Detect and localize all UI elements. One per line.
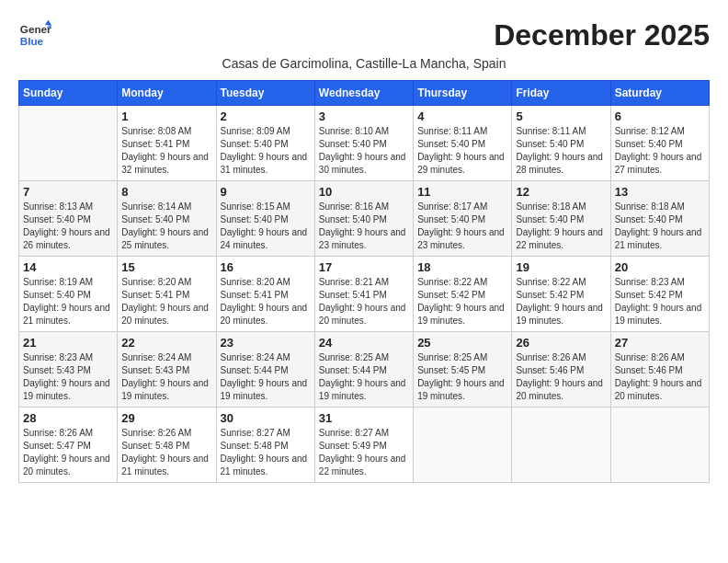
calendar-cell: 22Sunrise: 8:24 AMSunset: 5:43 PMDayligh… xyxy=(118,332,216,408)
day-info: Sunrise: 8:08 AMSunset: 5:41 PMDaylight:… xyxy=(121,125,211,177)
calendar-cell: 23Sunrise: 8:24 AMSunset: 5:44 PMDayligh… xyxy=(216,332,314,408)
calendar-cell: 29Sunrise: 8:26 AMSunset: 5:48 PMDayligh… xyxy=(118,408,216,483)
day-number: 16 xyxy=(221,260,311,274)
day-number: 23 xyxy=(221,336,311,350)
day-info: Sunrise: 8:19 AMSunset: 5:40 PMDaylight:… xyxy=(23,276,113,327)
day-info: Sunrise: 8:25 AMSunset: 5:45 PMDaylight:… xyxy=(417,351,507,403)
day-number: 20 xyxy=(615,260,705,274)
calendar-cell: 25Sunrise: 8:25 AMSunset: 5:45 PMDayligh… xyxy=(414,332,512,408)
day-number: 8 xyxy=(121,185,211,199)
calendar-cell xyxy=(512,408,610,483)
day-number: 28 xyxy=(23,411,113,425)
calendar-header-saturday: Saturday xyxy=(610,81,709,106)
day-info: Sunrise: 8:22 AMSunset: 5:42 PMDaylight:… xyxy=(417,276,507,327)
day-info: Sunrise: 8:20 AMSunset: 5:41 PMDaylight:… xyxy=(221,276,311,327)
day-info: Sunrise: 8:23 AMSunset: 5:43 PMDaylight:… xyxy=(23,351,113,403)
day-number: 3 xyxy=(319,109,409,123)
day-info: Sunrise: 8:22 AMSunset: 5:42 PMDaylight:… xyxy=(516,276,606,327)
calendar-cell: 27Sunrise: 8:26 AMSunset: 5:46 PMDayligh… xyxy=(610,332,709,408)
day-info: Sunrise: 8:14 AMSunset: 5:40 PMDaylight:… xyxy=(121,201,211,252)
day-info: Sunrise: 8:21 AMSunset: 5:41 PMDaylight:… xyxy=(319,276,409,327)
calendar: SundayMondayTuesdayWednesdayThursdayFrid… xyxy=(18,80,710,483)
calendar-header-monday: Monday xyxy=(118,81,216,106)
calendar-cell: 2Sunrise: 8:09 AMSunset: 5:40 PMDaylight… xyxy=(216,106,314,181)
day-info: Sunrise: 8:18 AMSunset: 5:40 PMDaylight:… xyxy=(516,201,606,252)
page-title: December 2025 xyxy=(494,18,710,52)
calendar-header-sunday: Sunday xyxy=(19,81,118,106)
day-number: 14 xyxy=(23,260,113,274)
day-number: 9 xyxy=(221,185,311,199)
day-info: Sunrise: 8:25 AMSunset: 5:44 PMDaylight:… xyxy=(319,351,409,403)
calendar-cell: 31Sunrise: 8:27 AMSunset: 5:49 PMDayligh… xyxy=(314,408,413,483)
day-info: Sunrise: 8:26 AMSunset: 5:48 PMDaylight:… xyxy=(121,427,211,478)
subtitle: Casas de Garcimolina, Castille-La Mancha… xyxy=(18,56,710,71)
calendar-cell: 9Sunrise: 8:15 AMSunset: 5:40 PMDaylight… xyxy=(216,181,314,257)
calendar-cell: 15Sunrise: 8:20 AMSunset: 5:41 PMDayligh… xyxy=(118,257,216,332)
day-number: 18 xyxy=(417,260,507,274)
day-info: Sunrise: 8:18 AMSunset: 5:40 PMDaylight:… xyxy=(615,201,705,252)
day-number: 11 xyxy=(417,185,507,199)
day-number: 10 xyxy=(319,185,409,199)
calendar-cell: 30Sunrise: 8:27 AMSunset: 5:48 PMDayligh… xyxy=(216,408,314,483)
day-number: 13 xyxy=(615,185,705,199)
day-info: Sunrise: 8:13 AMSunset: 5:40 PMDaylight:… xyxy=(23,201,113,252)
calendar-header-tuesday: Tuesday xyxy=(216,81,314,106)
day-number: 19 xyxy=(516,260,606,274)
day-info: Sunrise: 8:17 AMSunset: 5:40 PMDaylight:… xyxy=(417,201,507,252)
calendar-cell: 28Sunrise: 8:26 AMSunset: 5:47 PMDayligh… xyxy=(19,408,118,483)
calendar-cell: 6Sunrise: 8:12 AMSunset: 5:40 PMDaylight… xyxy=(610,106,709,181)
day-info: Sunrise: 8:26 AMSunset: 5:46 PMDaylight:… xyxy=(615,351,705,403)
calendar-cell: 26Sunrise: 8:26 AMSunset: 5:46 PMDayligh… xyxy=(512,332,610,408)
day-number: 22 xyxy=(121,336,211,350)
day-number: 1 xyxy=(121,109,211,123)
day-number: 25 xyxy=(417,336,507,350)
calendar-header-wednesday: Wednesday xyxy=(314,81,413,106)
day-number: 15 xyxy=(121,260,211,274)
calendar-header-friday: Friday xyxy=(512,81,610,106)
calendar-cell: 18Sunrise: 8:22 AMSunset: 5:42 PMDayligh… xyxy=(414,257,512,332)
day-number: 27 xyxy=(615,336,705,350)
day-info: Sunrise: 8:27 AMSunset: 5:48 PMDaylight:… xyxy=(221,427,311,478)
day-info: Sunrise: 8:10 AMSunset: 5:40 PMDaylight:… xyxy=(319,125,409,177)
day-info: Sunrise: 8:15 AMSunset: 5:40 PMDaylight:… xyxy=(221,201,311,252)
calendar-cell: 12Sunrise: 8:18 AMSunset: 5:40 PMDayligh… xyxy=(512,181,610,257)
calendar-cell: 10Sunrise: 8:16 AMSunset: 5:40 PMDayligh… xyxy=(314,181,413,257)
day-number: 24 xyxy=(319,336,409,350)
calendar-cell xyxy=(414,408,512,483)
calendar-cell: 7Sunrise: 8:13 AMSunset: 5:40 PMDaylight… xyxy=(19,181,118,257)
day-number: 5 xyxy=(516,109,606,123)
calendar-cell: 16Sunrise: 8:20 AMSunset: 5:41 PMDayligh… xyxy=(216,257,314,332)
day-number: 31 xyxy=(319,411,409,425)
calendar-cell: 8Sunrise: 8:14 AMSunset: 5:40 PMDaylight… xyxy=(118,181,216,257)
calendar-cell: 4Sunrise: 8:11 AMSunset: 5:40 PMDaylight… xyxy=(414,106,512,181)
day-info: Sunrise: 8:20 AMSunset: 5:41 PMDaylight:… xyxy=(121,276,211,327)
svg-text:Blue: Blue xyxy=(20,35,44,47)
day-info: Sunrise: 8:27 AMSunset: 5:49 PMDaylight:… xyxy=(319,427,409,478)
day-info: Sunrise: 8:24 AMSunset: 5:43 PMDaylight:… xyxy=(121,351,211,403)
day-info: Sunrise: 8:23 AMSunset: 5:42 PMDaylight:… xyxy=(615,276,705,327)
day-number: 7 xyxy=(23,185,113,199)
day-number: 26 xyxy=(516,336,606,350)
day-info: Sunrise: 8:26 AMSunset: 5:47 PMDaylight:… xyxy=(23,427,113,478)
calendar-cell: 13Sunrise: 8:18 AMSunset: 5:40 PMDayligh… xyxy=(610,181,709,257)
calendar-cell: 20Sunrise: 8:23 AMSunset: 5:42 PMDayligh… xyxy=(610,257,709,332)
calendar-header-thursday: Thursday xyxy=(414,81,512,106)
calendar-cell: 5Sunrise: 8:11 AMSunset: 5:40 PMDaylight… xyxy=(512,106,610,181)
day-info: Sunrise: 8:11 AMSunset: 5:40 PMDaylight:… xyxy=(417,125,507,177)
calendar-cell: 19Sunrise: 8:22 AMSunset: 5:42 PMDayligh… xyxy=(512,257,610,332)
calendar-cell xyxy=(19,106,118,181)
calendar-cell: 11Sunrise: 8:17 AMSunset: 5:40 PMDayligh… xyxy=(414,181,512,257)
calendar-cell: 24Sunrise: 8:25 AMSunset: 5:44 PMDayligh… xyxy=(314,332,413,408)
day-number: 21 xyxy=(23,336,113,350)
day-info: Sunrise: 8:12 AMSunset: 5:40 PMDaylight:… xyxy=(615,125,705,177)
calendar-cell: 3Sunrise: 8:10 AMSunset: 5:40 PMDaylight… xyxy=(314,106,413,181)
day-number: 29 xyxy=(121,411,211,425)
day-info: Sunrise: 8:11 AMSunset: 5:40 PMDaylight:… xyxy=(516,125,606,177)
calendar-cell: 21Sunrise: 8:23 AMSunset: 5:43 PMDayligh… xyxy=(19,332,118,408)
day-info: Sunrise: 8:16 AMSunset: 5:40 PMDaylight:… xyxy=(319,201,409,252)
day-number: 4 xyxy=(417,109,507,123)
day-info: Sunrise: 8:09 AMSunset: 5:40 PMDaylight:… xyxy=(221,125,311,177)
day-number: 6 xyxy=(615,109,705,123)
day-number: 12 xyxy=(516,185,606,199)
day-number: 30 xyxy=(221,411,311,425)
